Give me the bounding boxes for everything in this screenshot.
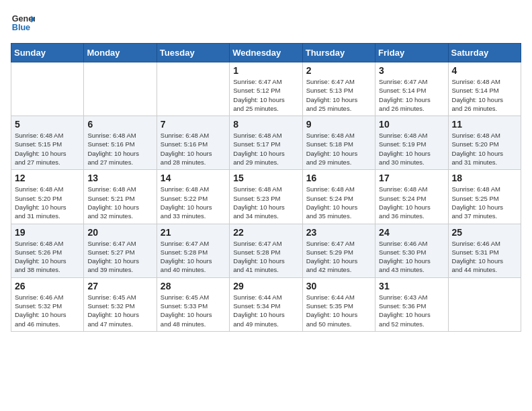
day-info: Sunrise: 6:47 AM Sunset: 5:28 PM Dayligh… <box>161 239 226 275</box>
calendar-cell: 27Sunrise: 6:45 AM Sunset: 5:32 PM Dayli… <box>84 277 157 331</box>
calendar-cell: 17Sunrise: 6:48 AM Sunset: 5:24 PM Dayli… <box>375 170 448 224</box>
day-info: Sunrise: 6:46 AM Sunset: 5:32 PM Dayligh… <box>15 293 80 328</box>
day-header-wednesday: Wednesday <box>230 44 302 62</box>
day-info: Sunrise: 6:47 AM Sunset: 5:12 PM Dayligh… <box>233 77 298 113</box>
day-number: 23 <box>306 227 371 238</box>
calendar-cell: 6Sunrise: 6:48 AM Sunset: 5:16 PM Daylig… <box>84 116 157 170</box>
day-number: 12 <box>15 173 80 183</box>
day-info: Sunrise: 6:48 AM Sunset: 5:22 PM Dayligh… <box>161 185 226 220</box>
day-info: Sunrise: 6:47 AM Sunset: 5:29 PM Dayligh… <box>306 239 371 275</box>
day-number: 31 <box>379 281 444 291</box>
calendar-cell: 13Sunrise: 6:48 AM Sunset: 5:21 PM Dayli… <box>84 170 157 224</box>
calendar-cell: 7Sunrise: 6:48 AM Sunset: 5:16 PM Daylig… <box>157 116 229 170</box>
calendar-table: SundayMondayTuesdayWednesdayThursdayFrid… <box>11 43 521 332</box>
day-info: Sunrise: 6:47 AM Sunset: 5:28 PM Dayligh… <box>233 239 298 275</box>
calendar-week-row: 12Sunrise: 6:48 AM Sunset: 5:20 PM Dayli… <box>11 170 521 224</box>
day-number: 16 <box>306 173 371 183</box>
day-number: 28 <box>161 281 226 291</box>
day-info: Sunrise: 6:48 AM Sunset: 5:21 PM Dayligh… <box>87 185 152 220</box>
day-info: Sunrise: 6:48 AM Sunset: 5:17 PM Dayligh… <box>233 131 298 167</box>
calendar-cell: 21Sunrise: 6:47 AM Sunset: 5:28 PM Dayli… <box>157 224 229 277</box>
day-number: 18 <box>452 173 517 183</box>
day-number: 2 <box>306 65 371 76</box>
calendar-cell: 20Sunrise: 6:47 AM Sunset: 5:27 PM Dayli… <box>84 224 157 277</box>
page-header: General Blue <box>11 11 521 35</box>
day-info: Sunrise: 6:44 AM Sunset: 5:35 PM Dayligh… <box>306 293 371 328</box>
calendar-cell: 26Sunrise: 6:46 AM Sunset: 5:32 PM Dayli… <box>11 277 84 331</box>
day-info: Sunrise: 6:48 AM Sunset: 5:20 PM Dayligh… <box>15 185 80 220</box>
day-number: 1 <box>233 65 298 76</box>
day-number: 20 <box>87 227 152 238</box>
day-info: Sunrise: 6:48 AM Sunset: 5:16 PM Dayligh… <box>161 131 226 167</box>
day-header-sunday: Sunday <box>11 44 84 62</box>
day-info: Sunrise: 6:48 AM Sunset: 5:24 PM Dayligh… <box>306 185 371 220</box>
day-info: Sunrise: 6:45 AM Sunset: 5:33 PM Dayligh… <box>161 293 226 328</box>
calendar-cell: 16Sunrise: 6:48 AM Sunset: 5:24 PM Dayli… <box>302 170 375 224</box>
day-info: Sunrise: 6:46 AM Sunset: 5:31 PM Dayligh… <box>452 239 517 275</box>
calendar-cell: 28Sunrise: 6:45 AM Sunset: 5:33 PM Dayli… <box>157 277 229 331</box>
calendar-cell: 18Sunrise: 6:48 AM Sunset: 5:25 PM Dayli… <box>448 170 521 224</box>
calendar-cell: 31Sunrise: 6:43 AM Sunset: 5:36 PM Dayli… <box>375 277 448 331</box>
day-info: Sunrise: 6:48 AM Sunset: 5:14 PM Dayligh… <box>452 77 517 113</box>
calendar-cell: 29Sunrise: 6:44 AM Sunset: 5:34 PM Dayli… <box>230 277 302 331</box>
day-info: Sunrise: 6:48 AM Sunset: 5:20 PM Dayligh… <box>452 131 517 167</box>
day-info: Sunrise: 6:48 AM Sunset: 5:26 PM Dayligh… <box>15 239 80 275</box>
day-info: Sunrise: 6:48 AM Sunset: 5:24 PM Dayligh… <box>379 185 444 220</box>
calendar-cell: 11Sunrise: 6:48 AM Sunset: 5:20 PM Dayli… <box>448 116 521 170</box>
day-number: 11 <box>452 119 517 130</box>
day-header-tuesday: Tuesday <box>157 44 229 62</box>
calendar-cell: 3Sunrise: 6:47 AM Sunset: 5:14 PM Daylig… <box>375 62 448 116</box>
day-number: 8 <box>233 119 298 130</box>
calendar-week-row: 5Sunrise: 6:48 AM Sunset: 5:15 PM Daylig… <box>11 116 521 170</box>
day-number: 3 <box>379 65 444 76</box>
day-number: 26 <box>15 281 80 291</box>
calendar-body: 1Sunrise: 6:47 AM Sunset: 5:12 PM Daylig… <box>11 62 521 332</box>
day-number: 15 <box>233 173 298 183</box>
day-header-friday: Friday <box>375 44 448 62</box>
calendar-cell <box>448 277 521 331</box>
calendar-cell: 5Sunrise: 6:48 AM Sunset: 5:15 PM Daylig… <box>11 116 84 170</box>
day-number: 29 <box>233 281 298 291</box>
svg-text:Blue: Blue <box>12 23 30 32</box>
calendar-cell <box>11 62 84 116</box>
day-number: 13 <box>87 173 152 183</box>
day-number: 14 <box>161 173 226 183</box>
calendar-cell: 23Sunrise: 6:47 AM Sunset: 5:29 PM Dayli… <box>302 224 375 277</box>
day-number: 30 <box>306 281 371 291</box>
calendar-week-row: 26Sunrise: 6:46 AM Sunset: 5:32 PM Dayli… <box>11 277 521 331</box>
calendar-cell: 4Sunrise: 6:48 AM Sunset: 5:14 PM Daylig… <box>448 62 521 116</box>
day-number: 17 <box>379 173 444 183</box>
calendar-cell: 1Sunrise: 6:47 AM Sunset: 5:12 PM Daylig… <box>230 62 302 116</box>
logo: General Blue <box>11 11 35 35</box>
day-number: 4 <box>452 65 517 76</box>
calendar-cell: 8Sunrise: 6:48 AM Sunset: 5:17 PM Daylig… <box>230 116 302 170</box>
day-info: Sunrise: 6:48 AM Sunset: 5:25 PM Dayligh… <box>452 185 517 220</box>
day-header-monday: Monday <box>84 44 157 62</box>
calendar-cell: 15Sunrise: 6:48 AM Sunset: 5:23 PM Dayli… <box>230 170 302 224</box>
calendar-cell: 30Sunrise: 6:44 AM Sunset: 5:35 PM Dayli… <box>302 277 375 331</box>
day-info: Sunrise: 6:46 AM Sunset: 5:30 PM Dayligh… <box>379 239 444 275</box>
day-number: 25 <box>452 227 517 238</box>
calendar-header-row: SundayMondayTuesdayWednesdayThursdayFrid… <box>11 44 521 62</box>
day-number: 9 <box>306 119 371 130</box>
calendar-cell: 2Sunrise: 6:47 AM Sunset: 5:13 PM Daylig… <box>302 62 375 116</box>
day-info: Sunrise: 6:48 AM Sunset: 5:23 PM Dayligh… <box>233 185 298 220</box>
day-number: 19 <box>15 227 80 238</box>
day-number: 27 <box>87 281 152 291</box>
calendar-cell: 24Sunrise: 6:46 AM Sunset: 5:30 PM Dayli… <box>375 224 448 277</box>
day-info: Sunrise: 6:48 AM Sunset: 5:18 PM Dayligh… <box>306 131 371 167</box>
day-info: Sunrise: 6:45 AM Sunset: 5:32 PM Dayligh… <box>87 293 152 328</box>
day-number: 10 <box>379 119 444 130</box>
day-number: 7 <box>161 119 226 130</box>
day-info: Sunrise: 6:47 AM Sunset: 5:14 PM Dayligh… <box>379 77 444 113</box>
calendar-cell: 14Sunrise: 6:48 AM Sunset: 5:22 PM Dayli… <box>157 170 229 224</box>
day-header-thursday: Thursday <box>302 44 375 62</box>
day-number: 5 <box>15 119 80 130</box>
day-info: Sunrise: 6:47 AM Sunset: 5:27 PM Dayligh… <box>87 239 152 275</box>
calendar-cell: 22Sunrise: 6:47 AM Sunset: 5:28 PM Dayli… <box>230 224 302 277</box>
calendar-cell: 9Sunrise: 6:48 AM Sunset: 5:18 PM Daylig… <box>302 116 375 170</box>
day-info: Sunrise: 6:48 AM Sunset: 5:16 PM Dayligh… <box>87 131 152 167</box>
calendar-week-row: 19Sunrise: 6:48 AM Sunset: 5:26 PM Dayli… <box>11 224 521 277</box>
day-info: Sunrise: 6:47 AM Sunset: 5:13 PM Dayligh… <box>306 77 371 113</box>
day-number: 6 <box>87 119 152 130</box>
